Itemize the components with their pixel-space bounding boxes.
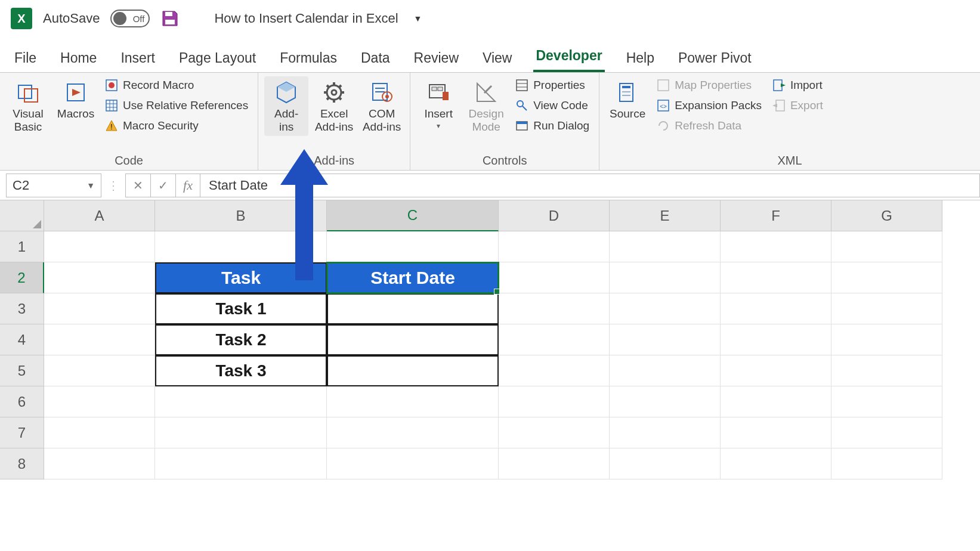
cell-c2[interactable]: Start Date: [327, 262, 499, 293]
cell-a5[interactable]: [44, 355, 155, 386]
row-header-1[interactable]: 1: [0, 231, 44, 262]
cell-e8[interactable]: [610, 448, 721, 479]
tab-help[interactable]: Help: [624, 50, 657, 72]
cell-g3[interactable]: [831, 293, 942, 324]
tab-review[interactable]: Review: [412, 50, 461, 72]
cell-e2[interactable]: [610, 262, 721, 293]
expansion-packs-button[interactable]: <> Expansion Packs: [653, 97, 765, 114]
use-relative-references-button[interactable]: Use Relative References: [101, 97, 252, 114]
refresh-data-button[interactable]: Refresh Data: [653, 117, 765, 135]
addins-button[interactable]: Add-ins: [264, 76, 308, 136]
tab-home[interactable]: Home: [58, 50, 99, 72]
cell-a4[interactable]: [44, 324, 155, 355]
enter-formula-button[interactable]: ✓: [150, 174, 175, 197]
macros-button[interactable]: Macros: [54, 76, 98, 123]
cell-c3[interactable]: [327, 293, 499, 324]
cell-e7[interactable]: [610, 417, 721, 448]
tab-view[interactable]: View: [480, 50, 514, 72]
cell-f6[interactable]: [721, 386, 831, 417]
cell-f8[interactable]: [721, 448, 831, 479]
cancel-formula-button[interactable]: ✕: [125, 174, 150, 197]
cell-g5[interactable]: [831, 355, 942, 386]
cell-b1[interactable]: [155, 231, 327, 262]
row-header-4[interactable]: 4: [0, 324, 44, 355]
tab-formulas[interactable]: Formulas: [277, 50, 339, 72]
cell-b7[interactable]: [155, 417, 327, 448]
col-header-g[interactable]: G: [831, 200, 942, 231]
cell-a3[interactable]: [44, 293, 155, 324]
cell-g6[interactable]: [831, 386, 942, 417]
row-header-8[interactable]: 8: [0, 448, 44, 479]
cell-d2[interactable]: [499, 262, 610, 293]
select-all-corner[interactable]: [0, 200, 44, 231]
row-header-3[interactable]: 3: [0, 293, 44, 324]
doc-dropdown-icon[interactable]: ▼: [414, 14, 422, 23]
tab-data[interactable]: Data: [358, 50, 392, 72]
cell-b2[interactable]: Task: [155, 262, 327, 293]
cell-b8[interactable]: [155, 448, 327, 479]
map-properties-button[interactable]: Map Properties: [653, 76, 765, 94]
cell-d7[interactable]: [499, 417, 610, 448]
col-header-c[interactable]: C: [327, 200, 499, 231]
cell-g4[interactable]: [831, 324, 942, 355]
tab-insert[interactable]: Insert: [118, 50, 157, 72]
cell-b5[interactable]: Task 3: [155, 355, 327, 386]
cell-c1[interactable]: [327, 231, 499, 262]
cell-b4[interactable]: Task 2: [155, 324, 327, 355]
name-box[interactable]: C2 ▼: [6, 174, 101, 197]
col-header-e[interactable]: E: [610, 200, 721, 231]
autosave-toggle[interactable]: Off: [110, 10, 150, 27]
save-icon[interactable]: [160, 9, 180, 28]
cell-d1[interactable]: [499, 231, 610, 262]
cell-g7[interactable]: [831, 417, 942, 448]
run-dialog-button[interactable]: Run Dialog: [512, 117, 593, 135]
cell-a7[interactable]: [44, 417, 155, 448]
cell-d4[interactable]: [499, 324, 610, 355]
col-header-b[interactable]: B: [155, 200, 327, 231]
cell-d8[interactable]: [499, 448, 610, 479]
export-button[interactable]: Export: [769, 97, 827, 114]
cell-a8[interactable]: [44, 448, 155, 479]
cell-c4[interactable]: [327, 324, 499, 355]
cell-a2[interactable]: [44, 262, 155, 293]
row-header-7[interactable]: 7: [0, 417, 44, 448]
cell-b6[interactable]: [155, 386, 327, 417]
tab-power-pivot[interactable]: Power Pivot: [676, 50, 754, 72]
cell-d6[interactable]: [499, 386, 610, 417]
import-button[interactable]: Import: [769, 76, 827, 94]
visual-basic-button[interactable]: VisualBasic: [6, 76, 50, 136]
cell-g8[interactable]: [831, 448, 942, 479]
cell-f5[interactable]: [721, 355, 831, 386]
cell-c6[interactable]: [327, 386, 499, 417]
cell-e1[interactable]: [610, 231, 721, 262]
col-header-a[interactable]: A: [44, 200, 155, 231]
cell-f7[interactable]: [721, 417, 831, 448]
cell-b3[interactable]: Task 1: [155, 293, 327, 324]
excel-addins-button[interactable]: ExcelAdd-ins: [312, 76, 356, 136]
macro-security-button[interactable]: ! Macro Security: [101, 117, 252, 135]
cell-e4[interactable]: [610, 324, 721, 355]
cell-e3[interactable]: [610, 293, 721, 324]
cell-g2[interactable]: [831, 262, 942, 293]
cell-d3[interactable]: [499, 293, 610, 324]
cell-f4[interactable]: [721, 324, 831, 355]
chevron-down-icon[interactable]: ▼: [86, 181, 95, 190]
cell-c7[interactable]: [327, 417, 499, 448]
cell-g1[interactable]: [831, 231, 942, 262]
properties-button[interactable]: Properties: [512, 76, 593, 94]
cell-e6[interactable]: [610, 386, 721, 417]
cell-a6[interactable]: [44, 386, 155, 417]
formula-input[interactable]: Start Date: [200, 174, 980, 197]
insert-control-button[interactable]: Insert ▾: [416, 76, 460, 132]
tab-file[interactable]: File: [12, 50, 39, 72]
cell-d5[interactable]: [499, 355, 610, 386]
row-header-2[interactable]: 2: [0, 262, 44, 293]
com-addins-button[interactable]: COMAdd-ins: [360, 76, 404, 136]
col-header-f[interactable]: F: [721, 200, 831, 231]
record-macro-button[interactable]: Record Macro: [101, 76, 252, 94]
tab-developer[interactable]: Developer: [533, 48, 604, 72]
row-header-5[interactable]: 5: [0, 355, 44, 386]
row-header-6[interactable]: 6: [0, 386, 44, 417]
cell-c8[interactable]: [327, 448, 499, 479]
col-header-d[interactable]: D: [499, 200, 610, 231]
